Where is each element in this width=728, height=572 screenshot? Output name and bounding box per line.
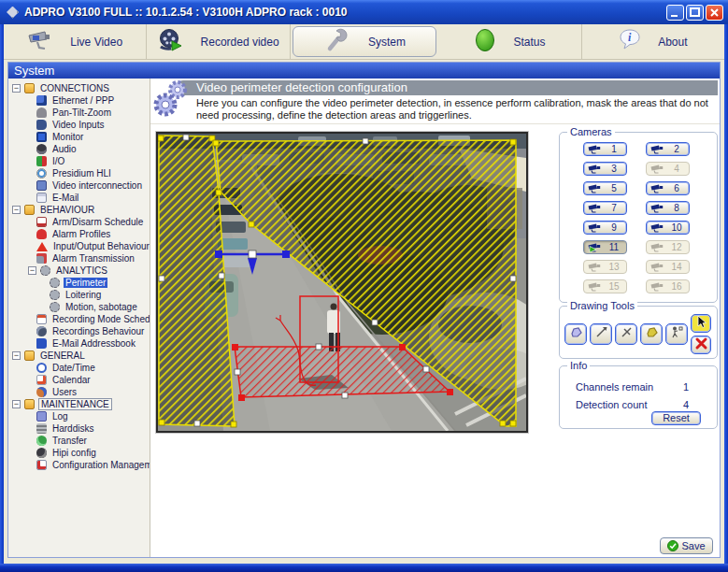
save-check-icon [667, 540, 678, 551]
camera-grid: 12345678910111213141516 [583, 142, 690, 293]
tree-item-ethernet-ppp[interactable]: Ethernet / PPP [8, 94, 150, 107]
tree-item-calendar[interactable]: Calendar [8, 374, 150, 386]
collapse-box-icon[interactable]: − [28, 266, 36, 275]
delete-tool-button[interactable] [691, 336, 711, 354]
cameras-group: Cameras 12345678910111213141516 [559, 132, 718, 303]
tree-item-presidium-hli[interactable]: Presidium HLI [8, 167, 150, 179]
camera-button-11[interactable]: 11 [583, 240, 627, 254]
window-border-bottom [0, 564, 728, 572]
nav-status[interactable]: Status [438, 24, 581, 59]
page-description: Here you can configure the video perimet… [196, 97, 714, 122]
close-icon[interactable] [706, 5, 723, 21]
tree-item-input-output-behaviour[interactable]: Input/Output Behaviour [8, 240, 150, 252]
camera-button-7[interactable]: 7 [583, 201, 627, 215]
tree-item-video-interconnection[interactable]: Video interconnection [8, 179, 150, 192]
log-icon [36, 411, 47, 422]
tree-item-e-mail-addressbook[interactable]: E-Mail Addressbook [8, 337, 150, 350]
tree-item-log[interactable]: Log [8, 410, 150, 422]
calibration-tool-icon [670, 325, 684, 343]
drawing-tools-group-title: Drawing Tools [567, 300, 637, 311]
collapse-box-icon[interactable]: − [12, 84, 21, 93]
interconnection-icon [36, 180, 47, 191]
maximize-icon[interactable] [686, 5, 704, 21]
tree-item-perimeter[interactable]: Perimeter [8, 277, 150, 289]
window-border-left [0, 24, 4, 572]
tree-item-general[interactable]: −GENERAL [8, 350, 150, 362]
nav-about[interactable]: iAbout [582, 24, 724, 59]
tree-item-recording-mode-schedule[interactable]: Recording Mode Schedule [8, 313, 150, 325]
tree-item-maintenance[interactable]: −MAINTENANCE [8, 398, 150, 410]
reset-button[interactable]: Reset [651, 411, 701, 425]
delete-tool-icon [694, 336, 708, 354]
harddisks-icon [36, 423, 47, 434]
tree-item-monitor[interactable]: Monitor [8, 131, 150, 143]
tree-item-video-inputs[interactable]: Video Inputs [8, 119, 150, 131]
ethernet-icon [36, 95, 47, 106]
clock-icon [36, 363, 47, 373]
tree-item-i-o[interactable]: I/O [8, 155, 150, 167]
camera-button-15: 15 [583, 279, 627, 293]
tree-item-audio[interactable]: Audio [8, 143, 150, 155]
camera-button-9[interactable]: 9 [583, 221, 627, 235]
tree-item-configuration-management[interactable]: Configuration Management [8, 459, 150, 471]
detection-area-tool-button[interactable] [564, 323, 587, 345]
camera-button-6[interactable]: 6 [646, 181, 690, 195]
toolbar: Live VideoRecorded videoSystemStatusiAbo… [4, 24, 724, 60]
wrench-icon [323, 28, 351, 56]
nav-live-video[interactable]: Live Video [4, 24, 147, 59]
tree-item-recordings-behaviour[interactable]: Recordings Behaviour [8, 325, 150, 337]
info-icon: i [619, 28, 641, 56]
trigger-line-tool-button[interactable] [590, 323, 612, 345]
ptz-icon [36, 107, 47, 118]
minimize-icon[interactable] [666, 5, 684, 21]
nav-system[interactable]: System [293, 26, 436, 57]
camera-button-2[interactable]: 2 [646, 142, 690, 156]
camera-button-5[interactable]: 5 [583, 181, 627, 195]
tree-item-motion-sabotage[interactable]: Motion, sabotage [8, 301, 150, 313]
page-title: Video perimeter detection configuration [179, 80, 718, 95]
select-tool-button[interactable] [691, 314, 711, 333]
tree-item-arm-disarm-schedule[interactable]: Arm/Disarm Schedule [8, 216, 150, 228]
tree-item-date-time[interactable]: Date/Time [8, 362, 150, 374]
schedule-icon [36, 217, 47, 227]
nav-recorded-video[interactable]: Recorded video [147, 24, 290, 59]
collapse-box-icon[interactable]: − [12, 400, 21, 408]
tree-item-harddisks[interactable]: Harddisks [8, 422, 150, 435]
tree-item-e-mail[interactable]: E-Mail [8, 192, 150, 204]
tree-item-users[interactable]: Users [8, 386, 150, 398]
eye-icon [36, 168, 47, 179]
drawing-tools-group: Drawing Tools [559, 306, 718, 359]
tree-item-transfer[interactable]: Transfer [8, 435, 150, 447]
camera-button-3[interactable]: 3 [583, 162, 627, 176]
tree-item-hipi-config[interactable]: Hipi config [8, 447, 150, 459]
tree-item-alarm-profiles[interactable]: Alarm Profiles [8, 228, 150, 240]
tree-item-alarm-transmission[interactable]: Alarm Transmission [8, 252, 150, 265]
tree-item-analytics[interactable]: −ANALYTICS [8, 265, 150, 277]
cameras-group-title: Cameras [567, 126, 615, 137]
camera-button-14: 14 [646, 260, 690, 274]
title-bar: ADPRO V3100 FULL :: 10.1.2.54 : V3100H A… [0, 0, 728, 24]
collapse-box-icon[interactable]: − [12, 351, 21, 360]
camera-button-1[interactable]: 1 [583, 142, 627, 156]
window-title: ADPRO V3100 FULL :: 10.1.2.54 : V3100H A… [24, 6, 348, 19]
folder-icon [24, 399, 35, 409]
calibration-tool-button[interactable] [665, 323, 688, 345]
config-mgmt-icon [36, 460, 47, 470]
crossing-line-tool-button[interactable] [615, 323, 637, 345]
info-group: Info Channels remain 1 Detection count 4… [559, 365, 718, 429]
tree-item-loitering[interactable]: Loitering [8, 289, 150, 301]
video-preview[interactable] [156, 132, 528, 433]
tree-item-connections[interactable]: −CONNECTIONS [8, 82, 150, 94]
mask-area-tool-button[interactable] [640, 323, 663, 345]
camera-button-10[interactable]: 10 [646, 221, 690, 235]
save-button[interactable]: Save [660, 537, 713, 554]
camera-button-8[interactable]: 8 [646, 201, 690, 215]
info-row-channels: Channels remain 1 [576, 381, 689, 393]
alarm-profiles-icon [36, 229, 47, 239]
application-window: ADPRO V3100 FULL :: 10.1.2.54 : V3100H A… [0, 0, 728, 572]
tree-item-behaviour[interactable]: −BEHAVIOUR [8, 204, 150, 216]
collapse-box-icon[interactable]: − [12, 206, 21, 214]
camera-button-16: 16 [646, 279, 690, 293]
film-reel-icon [158, 28, 184, 56]
tree-item-pan-tilt-zoom[interactable]: Pan-Tilt-Zoom [8, 107, 150, 119]
